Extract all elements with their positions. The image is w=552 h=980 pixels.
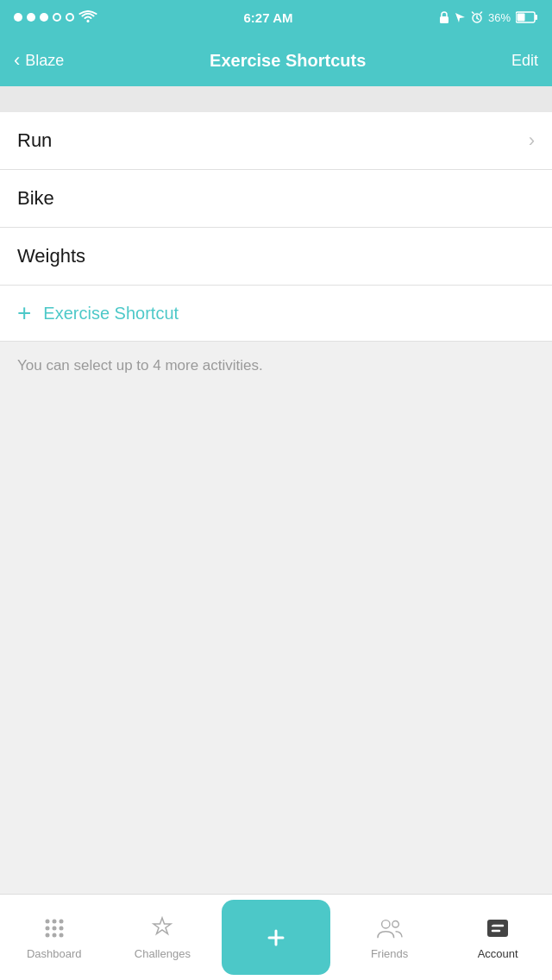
list-item-weights[interactable]: Weights: [0, 228, 552, 286]
tab-add[interactable]: [222, 900, 330, 975]
friends-icon: [376, 914, 404, 942]
friends-tab-label: Friends: [371, 947, 408, 960]
svg-line-6: [480, 12, 482, 14]
svg-point-21: [381, 920, 389, 928]
info-text: You can select up to 4 more activities.: [0, 342, 552, 390]
location-icon: [455, 12, 466, 23]
account-icon: [484, 914, 511, 942]
signal-dot-4: [53, 13, 61, 22]
battery-icon: [516, 11, 538, 23]
page-title: Exercise Shortcuts: [210, 51, 366, 71]
add-tab-icon: [262, 924, 290, 952]
dashboard-icon: [41, 914, 68, 942]
status-right: 36%: [439, 11, 538, 24]
bike-label: Bike: [17, 187, 54, 210]
status-bar: 6:27 AM 36%: [0, 0, 552, 35]
svg-point-13: [45, 927, 49, 931]
tab-challenges[interactable]: Challenges: [109, 895, 217, 980]
svg-point-11: [52, 920, 56, 924]
svg-rect-1: [440, 16, 448, 23]
status-time: 6:27 AM: [244, 10, 293, 25]
wifi-icon: [78, 10, 97, 24]
weights-label: Weights: [17, 245, 85, 267]
back-button[interactable]: ‹ Blaze: [14, 51, 64, 70]
empty-area: [0, 390, 552, 735]
account-tab-label: Account: [478, 947, 518, 960]
run-label: Run: [17, 129, 52, 152]
add-shortcut-row[interactable]: + Exercise Shortcut: [0, 286, 552, 342]
signal-dot-2: [27, 13, 35, 22]
svg-point-12: [59, 920, 63, 924]
svg-rect-9: [518, 14, 525, 22]
challenges-icon: [148, 914, 176, 942]
svg-point-22: [392, 921, 398, 928]
nav-bar: ‹ Blaze Exercise Shortcuts Edit: [0, 35, 552, 86]
back-label: Blaze: [25, 52, 64, 70]
edit-button[interactable]: Edit: [511, 52, 538, 70]
svg-point-26: [488, 920, 493, 926]
tab-friends[interactable]: Friends: [336, 895, 444, 980]
dashboard-tab-label: Dashboard: [27, 947, 82, 960]
add-icon: +: [17, 301, 31, 325]
signal-dot-5: [66, 13, 74, 22]
svg-point-16: [45, 933, 49, 938]
status-signal: [14, 10, 97, 24]
tab-dashboard[interactable]: Dashboard: [0, 895, 109, 980]
list-item-bike[interactable]: Bike: [0, 170, 552, 228]
signal-dot-3: [40, 13, 48, 22]
svg-point-10: [45, 920, 49, 924]
svg-point-14: [52, 927, 56, 931]
svg-rect-8: [535, 15, 537, 20]
run-chevron-icon: ›: [529, 129, 535, 152]
shortcuts-list: Run › Bike Weights + Exercise Shortcut: [0, 112, 552, 342]
challenges-tab-label: Challenges: [135, 947, 191, 960]
lock-icon: [439, 11, 449, 23]
battery-percent: 36%: [488, 11, 511, 24]
signal-dot-1: [14, 13, 22, 22]
svg-point-17: [52, 933, 56, 938]
tab-bar: Dashboard Challenges Friends Ac: [0, 894, 552, 980]
tab-account[interactable]: Account: [443, 895, 552, 980]
svg-line-5: [472, 12, 474, 14]
list-item-run[interactable]: Run ›: [0, 112, 552, 170]
add-shortcut-label: Exercise Shortcut: [43, 304, 179, 324]
svg-line-4: [477, 18, 479, 20]
svg-point-0: [87, 20, 90, 22]
section-spacer: [0, 86, 552, 112]
back-chevron-icon: ‹: [14, 51, 20, 70]
svg-point-15: [59, 927, 63, 931]
svg-point-18: [59, 933, 63, 938]
alarm-icon: [471, 11, 483, 23]
